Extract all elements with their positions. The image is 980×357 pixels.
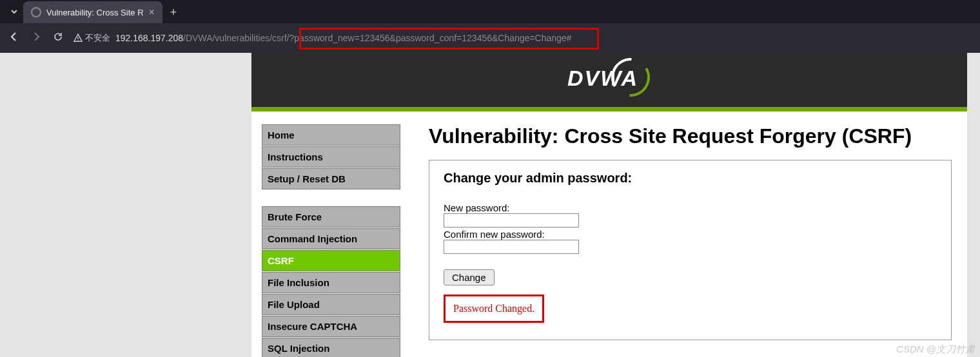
csrf-form-box: Change your admin password: New password… xyxy=(429,160,952,340)
svg-text:DVWA: DVWA xyxy=(567,66,638,90)
tab-title: Vulnerability: Cross Site R xyxy=(46,8,144,17)
sidebar-item-home[interactable]: Home xyxy=(262,124,400,146)
close-icon[interactable]: × xyxy=(149,6,155,18)
sidebar-item-setup[interactable]: Setup / Reset DB xyxy=(262,168,400,189)
browser-tab[interactable]: Vulnerability: Cross Site R × xyxy=(23,1,162,23)
reload-button[interactable] xyxy=(52,32,64,44)
confirm-password-row: Confirm new password: xyxy=(444,229,937,254)
sidebar-item-instructions[interactable]: Instructions xyxy=(262,146,400,168)
confirm-password-input[interactable] xyxy=(444,240,579,254)
dvwa-logo: DVWA xyxy=(561,55,658,106)
dvwa-content: Home Instructions Setup / Reset DB Brute… xyxy=(251,111,967,357)
form-title: Change your admin password: xyxy=(444,171,937,186)
new-password-row: New password: xyxy=(444,202,937,227)
main-content: Vulnerability: Cross Site Request Forger… xyxy=(429,124,967,357)
svg-point-1 xyxy=(77,40,78,41)
dvwa-header: DVWA xyxy=(251,53,967,111)
result-message: Password Changed. xyxy=(444,294,544,323)
watermark: CSDN @文刀竹肃 xyxy=(896,343,975,356)
insecure-badge[interactable]: 不安全 xyxy=(74,32,110,44)
dvwa-logo-icon: DVWA xyxy=(561,55,658,100)
url-text: 192.168.197.208/DVWA/vulnerabilities/csr… xyxy=(115,33,571,43)
new-password-input[interactable] xyxy=(444,213,579,227)
confirm-password-label: Confirm new password: xyxy=(444,229,545,240)
sidebar-item-file-upload[interactable]: File Upload xyxy=(262,294,400,315)
change-button[interactable]: Change xyxy=(444,269,495,285)
page-title: Vulnerability: Cross Site Request Forger… xyxy=(429,124,952,148)
sidebar-item-csrf[interactable]: CSRF xyxy=(262,250,400,271)
browser-toolbar: 不安全 192.168.197.208/DVWA/vulnerabilities… xyxy=(0,23,980,53)
insecure-label: 不安全 xyxy=(85,32,110,44)
forward-button[interactable] xyxy=(30,32,43,44)
sidebar: Home Instructions Setup / Reset DB Brute… xyxy=(262,124,400,357)
page-viewport: DVWA Home Instructions Setup / Reset DB … xyxy=(0,53,980,357)
address-bar[interactable]: 不安全 192.168.197.208/DVWA/vulnerabilities… xyxy=(74,32,972,44)
sidebar-group-2: Brute Force Command Injection CSRF File … xyxy=(262,206,400,357)
url-path: /DVWA/vulnerabilities/csrf/ xyxy=(183,33,289,43)
new-password-label: New password: xyxy=(444,202,510,213)
sidebar-item-command-injection[interactable]: Command Injection xyxy=(262,228,400,249)
sidebar-item-file-inclusion[interactable]: File Inclusion xyxy=(262,272,400,293)
new-tab-button[interactable]: + xyxy=(162,1,185,23)
tab-list-dropdown[interactable] xyxy=(5,0,23,23)
url-query: ?password_new=123456&password_conf=12345… xyxy=(289,33,572,43)
warning-icon xyxy=(74,34,83,43)
back-button[interactable] xyxy=(8,32,21,44)
page-body: DVWA Home Instructions Setup / Reset DB … xyxy=(251,53,967,357)
sidebar-item-brute-force[interactable]: Brute Force xyxy=(262,206,400,227)
sidebar-group-1: Home Instructions Setup / Reset DB xyxy=(262,124,400,189)
tab-favicon-icon xyxy=(31,7,41,17)
url-host: 192.168.197.208 xyxy=(115,33,183,43)
sidebar-item-insecure-captcha[interactable]: Insecure CAPTCHA xyxy=(262,316,400,337)
sidebar-item-sql-injection[interactable]: SQL Injection xyxy=(262,338,400,357)
tab-strip: Vulnerability: Cross Site R × + xyxy=(0,0,980,23)
